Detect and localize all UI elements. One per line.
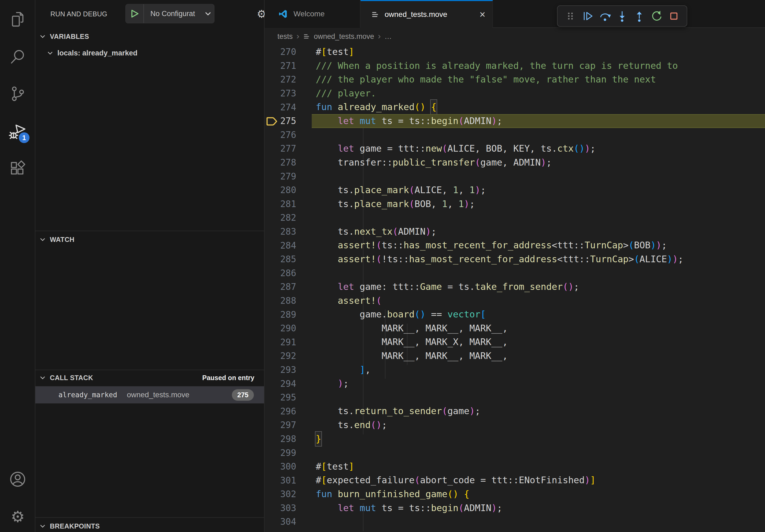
watch-section-header[interactable]: WATCH: [39, 232, 75, 246]
gutter[interactable]: 290: [265, 322, 312, 335]
settings-gear-icon[interactable]: ⚙: [8, 507, 27, 526]
code-line[interactable]: 272/// the player who made the "false" m…: [265, 73, 765, 87]
call-stack-section-header[interactable]: CALL STACK: [39, 371, 93, 385]
code-line[interactable]: 301#[expected_failure(abort_code = ttt::…: [265, 473, 765, 487]
code-line[interactable]: 274fun already_marked() {: [265, 100, 765, 114]
gutter[interactable]: 294: [265, 377, 312, 391]
code-line[interactable]: 300#[test]: [265, 460, 765, 474]
launch-config-dropdown[interactable]: No Configurat: [125, 4, 215, 23]
breadcrumb-item-symbol[interactable]: …: [384, 32, 391, 41]
gutter[interactable]: 293: [265, 363, 312, 377]
start-debug-icon[interactable]: [126, 4, 144, 23]
gutter[interactable]: 301: [265, 473, 312, 487]
gutter[interactable]: 272: [265, 73, 312, 87]
gutter[interactable]: 302: [265, 487, 312, 501]
search-icon[interactable]: [8, 47, 27, 67]
gutter[interactable]: 304: [265, 515, 312, 529]
step-out-button[interactable]: [632, 9, 646, 23]
code-line[interactable]: 292 MARK__, MARK__, MARK__,: [265, 349, 765, 363]
gutter[interactable]: 276: [265, 128, 312, 142]
code-line[interactable]: 297 ts.end();: [265, 418, 765, 432]
gutter[interactable]: 297: [265, 418, 312, 432]
code-line[interactable]: 280 ts.place_mark(ALICE, 1, 1);: [265, 183, 765, 197]
code-line[interactable]: 275 let mut ts = ts::begin(ADMIN);: [265, 114, 765, 128]
variables-scope-row[interactable]: locals: already_marked: [47, 46, 138, 60]
gutter[interactable]: 295: [265, 391, 312, 404]
gutter[interactable]: 279: [265, 169, 312, 183]
code-line[interactable]: 270#[test]: [265, 45, 765, 59]
stop-button[interactable]: [667, 9, 681, 23]
variables-section-header[interactable]: VARIABLES: [39, 30, 89, 43]
code-line[interactable]: 285 assert!(!ts::has_most_recent_for_add…: [265, 252, 765, 266]
code-line[interactable]: 289 game.board() == vector[: [265, 308, 765, 322]
gutter[interactable]: 291: [265, 335, 312, 349]
code-line[interactable]: 281 ts.place_mark(BOB, 1, 1);: [265, 197, 765, 211]
code-line[interactable]: 277 let game = ttt::new(ALICE, BOB, KEY,…: [265, 142, 765, 155]
close-icon[interactable]: ×: [479, 9, 485, 20]
code-line[interactable]: 276: [265, 128, 765, 142]
code-line[interactable]: 298}: [265, 432, 765, 446]
run-and-debug-icon[interactable]: 1: [8, 122, 27, 141]
code-line[interactable]: 271/// When a position is already marked…: [265, 59, 765, 73]
code-area[interactable]: 270#[test]271/// When a position is alre…: [265, 45, 765, 532]
code-line[interactable]: 293 ],: [265, 363, 765, 377]
gutter[interactable]: 278: [265, 155, 312, 169]
gutter[interactable]: 275: [265, 114, 312, 128]
gutter[interactable]: 286: [265, 266, 312, 280]
call-stack-frame-row[interactable]: already_marked owned_tests.move 275: [35, 386, 264, 403]
continue-button[interactable]: [581, 9, 594, 23]
step-over-button[interactable]: [598, 9, 612, 23]
source-control-icon[interactable]: [8, 84, 27, 104]
gutter[interactable]: 300: [265, 460, 312, 474]
code-line[interactable]: 278 transfer::public_transfer(game, ADMI…: [265, 155, 765, 169]
code-line[interactable]: 282: [265, 211, 765, 225]
gutter[interactable]: 292: [265, 349, 312, 363]
gutter[interactable]: 284: [265, 238, 312, 252]
gutter[interactable]: 298: [265, 432, 312, 446]
tab-owned-tests-move[interactable]: owned_tests.move ×: [361, 0, 493, 28]
gutter[interactable]: 287: [265, 280, 312, 294]
breakpoints-section-header[interactable]: BREAKPOINTS: [39, 519, 100, 532]
code-line[interactable]: 283 ts.next_tx(ADMIN);: [265, 225, 765, 239]
gutter[interactable]: 285: [265, 252, 312, 266]
code-line[interactable]: 288 assert!(: [265, 294, 765, 308]
gutter[interactable]: 299: [265, 446, 312, 460]
code-line[interactable]: 304: [265, 515, 765, 529]
code-line[interactable]: 299: [265, 446, 765, 460]
tab-welcome[interactable]: Welcome: [265, 0, 361, 28]
restart-button[interactable]: [650, 9, 664, 23]
code-line[interactable]: 296 ts.return_to_sender(game);: [265, 404, 765, 418]
code-line[interactable]: 302fun burn_unfinished_game() {: [265, 487, 765, 501]
gutter[interactable]: 289: [265, 308, 312, 322]
code-line[interactable]: 294 );: [265, 377, 765, 391]
breadcrumb-item-file[interactable]: owned_tests.move: [314, 32, 374, 41]
gutter[interactable]: 303: [265, 501, 312, 515]
breadcrumb-item-tests[interactable]: tests: [278, 32, 293, 41]
gutter[interactable]: 296: [265, 404, 312, 418]
gutter[interactable]: 274: [265, 100, 312, 114]
gutter[interactable]: 288: [265, 294, 312, 308]
gutter[interactable]: 283: [265, 225, 312, 239]
gutter[interactable]: 277: [265, 142, 312, 155]
extensions-icon[interactable]: [8, 159, 27, 178]
code-line[interactable]: 291 MARK__, MARK_X, MARK__,: [265, 335, 765, 349]
toolbar-drag-handle[interactable]: [563, 9, 577, 23]
explorer-icon[interactable]: [8, 10, 27, 29]
gutter[interactable]: 282: [265, 211, 312, 225]
gutter[interactable]: 281: [265, 197, 312, 211]
step-into-button[interactable]: [615, 9, 629, 23]
gutter[interactable]: 270: [265, 45, 312, 59]
gutter[interactable]: 271: [265, 59, 312, 73]
gutter[interactable]: 273: [265, 87, 312, 101]
code-line[interactable]: 287 let game: ttt::Game = ts.take_from_s…: [265, 280, 765, 294]
line-number: 299: [280, 448, 296, 458]
code-line[interactable]: 284 assert!(ts::has_most_recent_for_addr…: [265, 238, 765, 252]
code-line[interactable]: 279: [265, 169, 765, 183]
code-line[interactable]: 290 MARK__, MARK__, MARK__,: [265, 322, 765, 335]
code-line[interactable]: 273/// player.: [265, 87, 765, 101]
code-line[interactable]: 295: [265, 391, 765, 404]
code-line[interactable]: 303 let mut ts = ts::begin(ADMIN);: [265, 501, 765, 515]
code-line[interactable]: 286: [265, 266, 765, 280]
gutter[interactable]: 280: [265, 183, 312, 197]
accounts-icon[interactable]: [8, 470, 27, 489]
